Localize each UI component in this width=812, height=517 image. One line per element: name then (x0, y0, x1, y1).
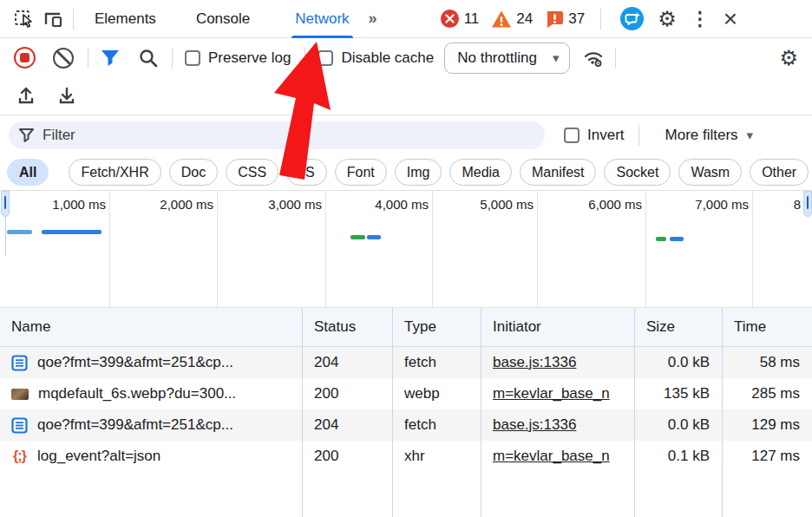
chip-manifest[interactable]: Manifest (520, 159, 596, 186)
gridline (109, 191, 110, 307)
invert-checkbox[interactable]: Invert (564, 127, 625, 144)
error-badge[interactable]: 11 (440, 9, 480, 29)
issues-badge[interactable]: 37 (545, 10, 585, 29)
issue-bubble-icon (545, 10, 564, 29)
request-name-cell[interactable]: mqdefault_6s.webp?du=300... (0, 378, 303, 409)
type-cell: fetch (393, 347, 481, 378)
more-tabs-icon[interactable]: » (369, 10, 376, 28)
record-network-log-icon[interactable] (14, 47, 36, 69)
filter-input-container[interactable] (9, 121, 545, 149)
kebab-menu-icon[interactable] (691, 8, 710, 30)
timeline-right-grip[interactable] (803, 191, 812, 217)
invert-checkbox-input[interactable] (564, 128, 580, 143)
initiator-link[interactable]: base.js:1336 (493, 354, 576, 371)
time-cell: 285 ms (723, 378, 812, 409)
inspect-element-icon[interactable] (12, 8, 35, 30)
fetch-document-icon (11, 355, 28, 371)
column-header-type[interactable]: Type (393, 308, 481, 346)
preserve-log-checkbox-input[interactable] (185, 50, 200, 66)
chip-js[interactable]: JS (286, 159, 327, 186)
chip-all[interactable]: All (7, 159, 49, 186)
chip-font[interactable]: Font (335, 159, 387, 186)
disable-cache-checkbox-input[interactable] (318, 50, 333, 66)
tick-label: 8 (794, 197, 801, 212)
more-filters-button[interactable]: More filters (665, 127, 754, 144)
chip-wasm[interactable]: Wasm (678, 159, 742, 186)
timeline-left-grip[interactable] (1, 191, 10, 217)
chip-img[interactable]: Img (395, 159, 442, 186)
time-cell: 127 ms (723, 441, 812, 472)
ai-assistant-icon[interactable] (620, 7, 644, 30)
request-bar (367, 235, 381, 239)
request-type-chips: All Fetch/XHR Doc CSS JS Font Img Media … (0, 154, 812, 191)
close-devtools-icon[interactable] (724, 7, 737, 31)
initiator-link[interactable]: base.js:1336 (493, 416, 576, 434)
network-toolbar: Preserve log Disable cache No throttling (0, 38, 812, 77)
tab-network[interactable]: Network (283, 0, 361, 38)
network-settings-gear-icon[interactable] (779, 48, 798, 69)
size-cell: 135 kB (635, 378, 723, 409)
chip-fetch-xhr[interactable]: Fetch/XHR (69, 159, 160, 186)
chip-other[interactable]: Other (750, 159, 809, 186)
settings-gear-icon[interactable] (658, 9, 677, 29)
tick-label: 7,000 ms (695, 197, 749, 212)
request-bar (656, 237, 666, 241)
status-cell: 204 (303, 347, 393, 378)
import-har-icon[interactable] (16, 85, 36, 106)
gridline (537, 191, 538, 307)
type-cell: xhr (393, 441, 481, 472)
search-icon[interactable] (139, 49, 158, 68)
initiator-link[interactable]: m=kevlar_base_n (493, 448, 610, 465)
column-header-time[interactable]: Time (723, 308, 812, 346)
initiator-cell: base.js:1336 (481, 347, 635, 378)
chip-media[interactable]: Media (449, 159, 512, 186)
request-name-cell[interactable]: qoe?fmt=399&afmt=251&cp... (0, 347, 303, 378)
table-row[interactable]: qoe?fmt=399&afmt=251&cp... 204 fetch bas… (0, 347, 812, 378)
request-name-cell[interactable]: log_event?alt=json (0, 441, 303, 472)
column-header-initiator[interactable]: Initiator (481, 308, 635, 346)
disable-cache-checkbox[interactable]: Disable cache (318, 49, 434, 67)
request-table-body: qoe?fmt=399&afmt=251&cp... 204 fetch bas… (0, 347, 812, 517)
device-toolbar-icon[interactable] (42, 8, 64, 30)
warning-badge[interactable]: 24 (491, 10, 533, 29)
divider (638, 125, 639, 146)
error-circle-icon (440, 9, 460, 29)
column-header-name[interactable]: Name (0, 308, 303, 346)
status-cell: 204 (303, 409, 393, 441)
divider (600, 9, 601, 29)
tick-label: 5,000 ms (480, 197, 534, 212)
network-conditions-icon[interactable] (582, 49, 605, 68)
column-header-size[interactable]: Size (635, 308, 723, 346)
chevron-down-icon (747, 127, 754, 144)
filter-toggle-icon[interactable] (101, 49, 120, 67)
request-name-cell[interactable]: qoe?fmt=399&afmt=251&cp... (0, 409, 303, 441)
tick-label: 1,000 ms (52, 197, 106, 212)
clear-network-log-icon[interactable] (53, 48, 74, 69)
issues-count: 37 (568, 10, 585, 28)
chip-doc[interactable]: Doc (169, 159, 218, 186)
image-thumbnail-icon (11, 389, 29, 400)
error-count: 11 (464, 10, 480, 28)
table-row[interactable]: qoe?fmt=399&afmt=251&cp... 204 fetch bas… (0, 409, 812, 441)
preserve-log-checkbox[interactable]: Preserve log (185, 49, 291, 67)
funnel-icon (19, 128, 34, 142)
initiator-link[interactable]: m=kevlar_base_n (493, 385, 610, 402)
chip-css[interactable]: CSS (226, 159, 278, 186)
table-row[interactable]: log_event?alt=json 200 xhr m=kevlar_base… (0, 441, 812, 472)
status-cell: 200 (303, 378, 393, 409)
request-bar (670, 237, 684, 241)
table-row[interactable]: mqdefault_6s.webp?du=300... 200 webp m=k… (0, 378, 812, 409)
chevron-down-icon (553, 49, 560, 67)
column-header-status[interactable]: Status (303, 308, 393, 346)
tick-label: 3,000 ms (268, 197, 322, 212)
chip-socket[interactable]: Socket (604, 159, 671, 186)
divider (172, 48, 173, 69)
tab-elements[interactable]: Elements (82, 0, 168, 38)
export-har-icon[interactable] (56, 85, 77, 106)
filter-input[interactable] (43, 127, 534, 144)
network-overview-timeline[interactable]: 1,000 ms 2,000 ms 3,000 ms 4,000 ms 5,00… (0, 191, 812, 308)
throttling-select[interactable]: No throttling (444, 43, 570, 74)
tab-console[interactable]: Console (184, 0, 262, 38)
initiator-cell: m=kevlar_base_n (481, 441, 635, 472)
top-actions (620, 7, 737, 31)
